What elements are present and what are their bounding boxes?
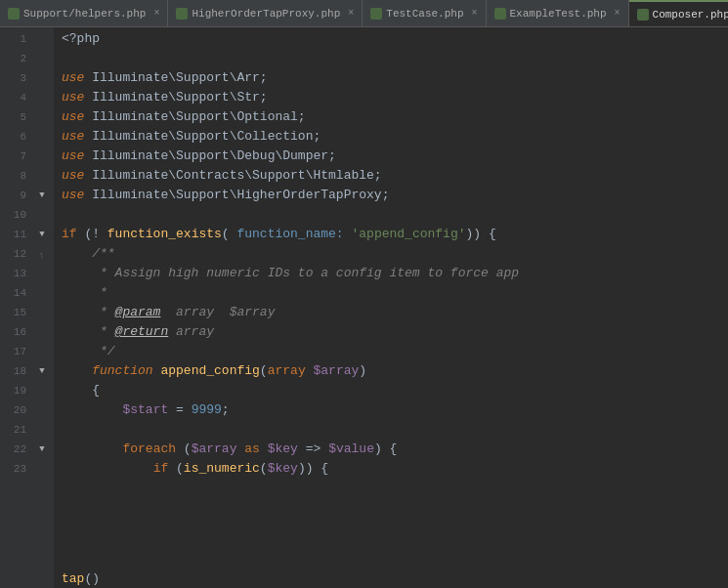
line-number: 6: [0, 127, 34, 147]
fold-icon[interactable]: [34, 129, 50, 145]
gutter-row: 14: [0, 283, 54, 303]
fold-icon[interactable]: [34, 344, 50, 359]
gutter-row: 9 ▼: [0, 186, 54, 205]
fold-icon[interactable]: [34, 285, 50, 301]
fold-icon[interactable]: [34, 422, 50, 438]
fold-icon[interactable]: ▼: [34, 188, 50, 203]
fold-icon[interactable]: [34, 383, 50, 399]
line-number: 18: [0, 361, 34, 381]
code-line-7: use Illuminate\Support\Debug\Dumper;: [54, 147, 728, 166]
code-container: 1 2 3 4 5 6 7: [0, 27, 728, 588]
gutter-row: 6: [0, 127, 54, 147]
tab-composer[interactable]: Composer.php ×: [629, 0, 728, 26]
code-line-17: */: [54, 342, 728, 361]
gutter-row: 15: [0, 303, 54, 322]
gutter-row: 1: [0, 29, 54, 49]
line-number: 20: [0, 400, 34, 420]
file-icon: [176, 8, 188, 20]
gutter-row: 8: [0, 166, 54, 186]
tab-label: Support/helpers.php: [23, 8, 146, 20]
code-line-18: function append_config(array $array): [54, 361, 728, 381]
fold-icon[interactable]: [34, 51, 50, 66]
tab-label: Composer.php: [653, 9, 728, 21]
code-line-9: use Illuminate\Support\HigherOrderTapPro…: [54, 186, 728, 205]
fold-icon[interactable]: [34, 90, 50, 105]
tab-exampletest[interactable]: ExampleTest.php ×: [487, 0, 629, 26]
fold-icon[interactable]: [34, 70, 50, 86]
close-icon[interactable]: ×: [615, 8, 621, 19]
code-line-1: <?php: [54, 29, 728, 49]
gutter-row: 23: [0, 459, 54, 479]
code-line-8: use Illuminate\Contracts\Support\Htmlabl…: [54, 166, 728, 186]
code-line-5: use Illuminate\Support\Optional;: [54, 107, 728, 127]
code-line-3: use Illuminate\Support\Arr;: [54, 68, 728, 88]
fold-icon[interactable]: [34, 207, 50, 223]
close-icon[interactable]: ×: [153, 8, 159, 19]
code-line-4: use Illuminate\Support\Str;: [54, 88, 728, 107]
tab-label: ExampleTest.php: [510, 8, 607, 20]
code-line-16: * @return array: [54, 322, 728, 342]
code-editor[interactable]: <?php use Illuminate\Support\Arr; use Il…: [54, 27, 728, 588]
line-number: 1: [0, 29, 34, 49]
code-line-22: foreach ($array as $key => $value) {: [54, 440, 728, 459]
code-line-13: * Assign high numeric IDs to a config it…: [54, 264, 728, 283]
fold-icon[interactable]: [34, 109, 50, 125]
line-number: 10: [0, 205, 34, 225]
code-line-11: if (! function_exists( function_name: 'a…: [54, 225, 728, 244]
code-line-20: $start = 9999;: [54, 400, 728, 420]
line-number: 15: [0, 303, 34, 322]
tab-helpers[interactable]: Support/helpers.php ×: [0, 0, 168, 26]
line-number: 12: [0, 244, 34, 264]
gutter-row: 22 ▼: [0, 440, 54, 459]
close-icon[interactable]: ×: [348, 8, 354, 19]
fold-icon[interactable]: [34, 266, 50, 281]
tab-higherorder[interactable]: HigherOrderTapProxy.php ×: [168, 0, 363, 26]
line-number: 8: [0, 166, 34, 186]
code-line-19: {: [54, 381, 728, 400]
line-number: 19: [0, 381, 34, 400]
fold-icon[interactable]: [34, 402, 50, 418]
line-number: 11: [0, 225, 34, 244]
line-number: 21: [0, 420, 34, 440]
line-number: 22: [0, 440, 34, 459]
line-number: 4: [0, 88, 34, 107]
tab-label: HigherOrderTapProxy.php: [192, 8, 340, 20]
line-number: 2: [0, 49, 34, 68]
partial-line: tap(): [54, 570, 728, 588]
fold-icon[interactable]: [34, 305, 50, 320]
tab-bar: Support/helpers.php × HigherOrderTapProx…: [0, 0, 728, 27]
gutter-row: 11 ▼: [0, 225, 54, 244]
fold-icon[interactable]: [34, 461, 50, 477]
fold-icon[interactable]: ▼: [34, 441, 50, 457]
gutter-row: 13: [0, 264, 54, 283]
file-icon: [370, 8, 382, 20]
file-icon: [494, 8, 506, 20]
line-number: 16: [0, 322, 34, 342]
tab-testcase[interactable]: TestCase.php ×: [363, 0, 486, 26]
fold-icon[interactable]: ▼: [34, 363, 50, 379]
fold-icon[interactable]: ▼: [34, 227, 50, 242]
code-line-15: * @param array $array: [54, 303, 728, 322]
gutter-row: 18 ▼: [0, 361, 54, 381]
gutter-row: 3: [0, 68, 54, 88]
fold-icon[interactable]: [34, 324, 50, 340]
gutter-row: 21: [0, 420, 54, 440]
fold-icon[interactable]: [34, 31, 50, 47]
fold-icon[interactable]: ┐: [34, 246, 50, 262]
code-line-12: /**: [54, 244, 728, 264]
line-number: 9: [0, 186, 34, 205]
line-number-gutter: 1 2 3 4 5 6 7: [0, 27, 54, 588]
line-number: 14: [0, 283, 34, 303]
gutter-row: 5: [0, 107, 54, 127]
gutter-row: 7: [0, 147, 54, 166]
fold-icon[interactable]: [34, 168, 50, 184]
code-line-6: use Illuminate\Support\Collection;: [54, 127, 728, 147]
fold-icon[interactable]: [34, 148, 50, 164]
close-icon[interactable]: ×: [472, 8, 478, 19]
line-number: 7: [0, 147, 34, 166]
code-line-10: [54, 205, 728, 225]
line-number: 17: [0, 342, 34, 361]
code-line-21: [54, 420, 728, 440]
gutter-row: 17: [0, 342, 54, 361]
gutter-row: 19: [0, 381, 54, 400]
